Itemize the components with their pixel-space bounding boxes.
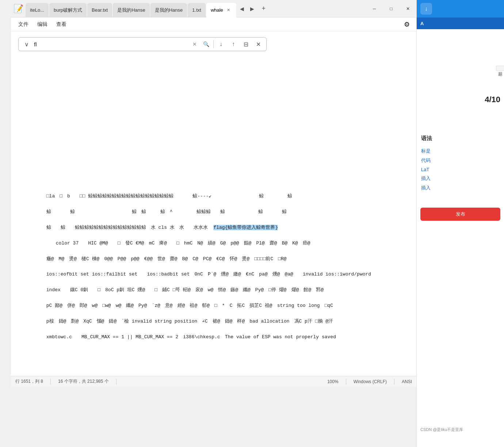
nav-next-arrow[interactable]: ▶: [247, 0, 257, 18]
right-panel-body: 4/10 语法 标是 代码 LaT 插入 插入 发布 CSDN @是liku不是…: [417, 29, 504, 447]
right-panel: ↓ A 4/10 语法 标是 代码 LaT 插入 插入 发布 CSDN @是li…: [416, 0, 504, 447]
empty-space: [29, 73, 405, 168]
tab-1txt[interactable]: 1.txt: [188, 3, 206, 18]
main-content: □la □ b □□ 鲸鲸鲸鲸鲸鲸鲸鲸鲸鲸鲸鲸鲸鲸鲸鲸鲸鲸 鲸----↙ 鲸 鲸…: [29, 185, 405, 349]
menu-edit[interactable]: 编辑: [33, 20, 52, 29]
content-line10: xmbtowc.c MB_CUR_MAX == 1 || MB_CUR_MAX …: [46, 334, 336, 340]
content-line2: 鲸 鲸 鲸 鲸 鲸 ^ 鲸鲸鲸 鲸 鲸 鲸: [46, 209, 287, 215]
publish-button[interactable]: 发布: [420, 208, 500, 221]
arrow-down-icon: ↓: [219, 41, 222, 47]
chevron-down-icon: ∨: [24, 41, 29, 48]
status-separator-1: [50, 379, 51, 385]
add-tab-button[interactable]: +: [257, 0, 270, 18]
side-label: 标题: [496, 66, 504, 71]
search-prev-button[interactable]: ↑: [228, 39, 238, 49]
tab-label: burp破解方式: [54, 7, 82, 14]
search-bar: ∨ ✕ 🔍 ↓ ↑ ⊟: [18, 37, 267, 51]
title-bar-left: 📝 iteLo... burp破解方式 Bear.txt 是我的Hanse: [11, 0, 366, 18]
search-next-button[interactable]: ↓: [216, 39, 226, 49]
right-link-3[interactable]: LaT: [421, 165, 500, 174]
tab-label: 1.txt: [192, 7, 201, 13]
search-go-button[interactable]: 🔍: [201, 39, 211, 49]
maximize-button[interactable]: □: [383, 3, 400, 15]
line-ending: Windows (CRLF): [354, 379, 387, 384]
status-separator-2: [116, 379, 117, 385]
right-panel-header: ↓: [417, 0, 504, 18]
title-bar: 📝 iteLo... burp破解方式 Bear.txt 是我的Hanse: [11, 0, 416, 18]
search-bar-area: ∨ ✕ 🔍 ↓ ↑ ⊟: [11, 31, 416, 57]
content-line8: pC 鄙@ 併@ 郎@ w@ □w@ w@ 纖@ Py@ `z@ 意@ 經@ 祖…: [46, 303, 333, 308]
encoding: ANSI: [402, 379, 412, 384]
menu-view[interactable]: 查看: [52, 20, 71, 29]
cursor-position: 行 1651，列 8: [15, 378, 43, 385]
settings-button[interactable]: ⚙: [400, 18, 413, 31]
download-icon: ↓: [420, 3, 432, 15]
page-counter: 4/10: [485, 95, 500, 104]
publish-label: 发布: [456, 211, 465, 217]
content-area[interactable]: □la □ b □□ 鲸鲸鲸鲸鲸鲸鲸鲸鲸鲸鲸鲸鲸鲸鲸鲸鲸鲸 鲸----↙ 鲸 鲸…: [11, 57, 416, 376]
tab-label: iteLo...: [30, 7, 44, 13]
content-line7: index 鑲C 0釧 □ 8oC p釧 坦C 燻@ □ 鋪C □咢 軺@ 衮@…: [46, 287, 324, 293]
notepad-icon: 📝: [14, 4, 23, 14]
nav-prev-arrow[interactable]: ◀: [237, 0, 247, 18]
tab-label: whale: [211, 7, 223, 13]
search-icon: 🔍: [203, 41, 209, 47]
char-count: 16 个字符，共 212,985 个: [58, 378, 109, 385]
minimize-button[interactable]: ─: [366, 3, 383, 15]
clear-icon: ✕: [192, 41, 197, 47]
content-line6: ios::eofbit set ios::failbit set ios::ba…: [46, 271, 371, 277]
menu-bar: 文件 编辑 查看 ⚙: [11, 18, 416, 31]
right-panel-label: A: [420, 21, 424, 26]
gear-icon: ⚙: [404, 20, 410, 28]
tab-label: 是我的Hanse: [155, 7, 183, 14]
window-controls: ─ □ ✕: [366, 0, 416, 18]
right-link-2[interactable]: 代码: [421, 156, 500, 165]
status-bar: 行 1651，列 8 16 个字符，共 212,985 个 100% Windo…: [11, 376, 416, 387]
menu-file[interactable]: 文件: [14, 20, 33, 29]
right-link-1[interactable]: 标是: [421, 146, 500, 156]
arrow-up-icon: ↑: [232, 41, 235, 47]
right-panel-subheader: A: [417, 18, 504, 29]
tab-hanse2[interactable]: 是我的Hanse: [150, 3, 187, 18]
tab-label: Bear.txt: [92, 7, 108, 13]
status-separator-4: [394, 379, 394, 385]
search-options-button[interactable]: ⊟: [241, 39, 251, 49]
tab-itelo[interactable]: iteLo...: [26, 3, 49, 18]
csdn-label: CSDN @是liku不是里库: [420, 427, 463, 432]
options-icon: ⊟: [244, 41, 248, 48]
tabs-container: iteLo... burp破解方式 Bear.txt 是我的Hanse 是我的H…: [26, 0, 237, 18]
search-divider: [213, 40, 214, 48]
close-search-icon: ✕: [256, 41, 261, 48]
content-line5: 癓@ M@ 燙@ 槤C 棟@ 0@@ P@@ p@@ €@@ 世@ 齋@ B@ …: [46, 256, 287, 262]
close-button[interactable]: ✕: [400, 3, 416, 15]
app-icon: 📝: [11, 0, 26, 18]
content-line3: 鲸 鲸 鲸鲸鲸鲸鲸鲸鲸鲸鲸鲸鲸鲸鲸鲸鲸 水 cls 水 水 水水水: [46, 225, 214, 230]
search-close-button[interactable]: ✕: [253, 39, 263, 49]
right-link-4[interactable]: 插入: [421, 174, 500, 183]
notepad-window: 📝 iteLo... burp破解方式 Bear.txt 是我的Hanse: [11, 0, 416, 387]
tab-bear[interactable]: Bear.txt: [87, 3, 112, 18]
tab-burp[interactable]: burp破解方式: [49, 3, 87, 18]
tab-hanse1[interactable]: 是我的Hanse: [113, 3, 150, 18]
content-line9: p桉 鑄@ 剽@ XqC 惱@ 鑄@ `檢 invalid string pos…: [46, 319, 333, 324]
tab-close-button[interactable]: ✕: [225, 7, 232, 14]
content-line4: color 37 HIC @M@ □ 發C €M@ mC 痺@ □ hmC N@…: [46, 240, 310, 246]
search-dropdown-button[interactable]: ∨: [22, 39, 32, 49]
tab-label: 是我的Hanse: [117, 7, 145, 14]
highlighted-text: flag{鲸鱼带你进入鲸奇世界}: [213, 225, 278, 230]
tab-whale[interactable]: whale ✕: [206, 3, 236, 18]
zoom-level: 100%: [327, 379, 339, 384]
content-line1: □la □ b □□ 鲸鲸鲸鲸鲸鲸鲸鲸鲸鲸鲸鲸鲸鲸鲸鲸鲸鲸 鲸----↙ 鲸 鲸: [46, 193, 292, 199]
right-link-5[interactable]: 插入: [421, 183, 500, 193]
search-input[interactable]: [34, 41, 188, 47]
status-separator-3: [346, 379, 346, 385]
right-content: 语法 标是 代码 LaT 插入 插入: [417, 29, 504, 196]
section-title: 语法: [421, 135, 500, 142]
search-clear-button[interactable]: ✕: [191, 40, 199, 48]
